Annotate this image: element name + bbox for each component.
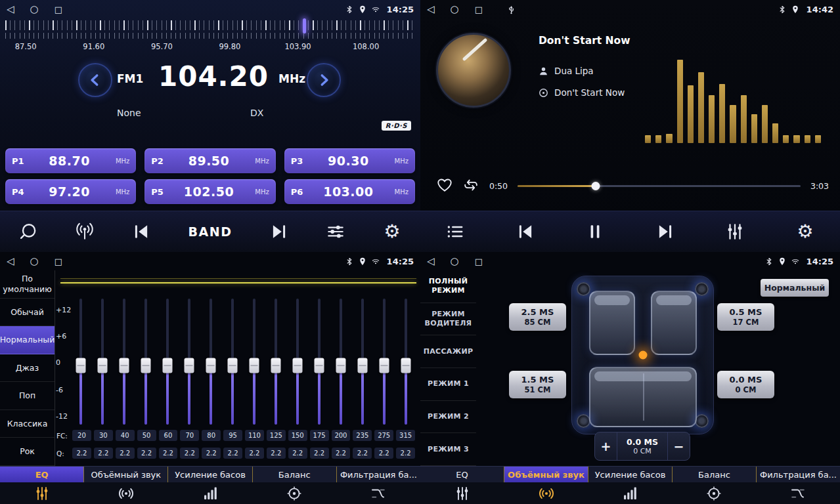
preset-button-p3[interactable]: P3 90.30 MHz	[284, 148, 415, 173]
recents-button[interactable]: □	[475, 257, 483, 266]
eq-slider-thumb[interactable]	[357, 358, 367, 373]
tab-eq[interactable]: EQ	[0, 467, 83, 482]
tab-surround[interactable]: Объёмный звук	[83, 467, 167, 482]
tab-filter-icon-button[interactable]	[336, 482, 420, 504]
tab-filter[interactable]: Фильтрация ба...	[336, 467, 420, 482]
eq-slider-thumb[interactable]	[97, 358, 107, 373]
eq-band-slider-14[interactable]	[373, 299, 395, 425]
tab-filter-icon-button[interactable]	[756, 482, 840, 504]
tab-surround-icon-button[interactable]	[84, 482, 168, 504]
home-button[interactable]: ○	[30, 257, 39, 266]
sf-mode-item-0[interactable]: ПОЛНЫЙ РЕЖИМ	[420, 270, 476, 303]
eq-slider-thumb[interactable]	[292, 358, 302, 373]
sf-mode-item-3[interactable]: РЕЖИМ 1	[420, 368, 476, 401]
tab-eq-icon-button[interactable]	[0, 482, 84, 504]
eq-band-slider-0[interactable]	[70, 299, 91, 425]
tab-balance-icon-button[interactable]	[252, 482, 336, 504]
tab-eq[interactable]: EQ	[420, 467, 504, 482]
eq-slider-thumb[interactable]	[227, 358, 237, 373]
eq-band-slider-1[interactable]	[91, 299, 113, 425]
tab-balance[interactable]: Баланс	[672, 467, 756, 482]
delay-increase-button[interactable]: +	[595, 432, 617, 460]
eq-slider-thumb[interactable]	[119, 358, 129, 373]
tab-balance[interactable]: Баланс	[252, 467, 336, 482]
preset-button-p1[interactable]: P1 88.70 MHz	[5, 148, 136, 173]
back-button[interactable]: ◁	[7, 257, 14, 266]
eq-band-slider-4[interactable]	[156, 299, 178, 425]
preset-button-p6[interactable]: P6 103.00 MHz	[284, 179, 415, 204]
delay-rear-right-button[interactable]: 0.0 MS 0 CM	[717, 371, 774, 398]
frequency-ruler[interactable]	[5, 20, 415, 40]
tab-balance-icon-button[interactable]	[672, 482, 756, 504]
recents-button[interactable]: □	[475, 5, 483, 14]
sf-mode-item-1[interactable]: РЕЖИМ ВОДИТЕЛЯ	[420, 303, 476, 336]
tab-bass-boost[interactable]: Усиление басов	[167, 467, 252, 482]
listening-position-dot[interactable]	[638, 351, 647, 360]
eq-slider-thumb[interactable]	[184, 358, 194, 373]
eq-slider-thumb[interactable]	[271, 358, 280, 373]
tab-eq-icon-button[interactable]	[420, 482, 504, 504]
delay-decrease-button[interactable]: −	[667, 432, 690, 460]
back-button[interactable]: ◁	[427, 257, 435, 266]
favorite-button[interactable]	[436, 177, 453, 196]
tone-settings-button[interactable]	[326, 222, 345, 242]
back-button[interactable]: ◁	[7, 5, 14, 14]
scan-button[interactable]	[18, 222, 38, 242]
back-button[interactable]: ◁	[427, 5, 435, 14]
sf-mode-item-4[interactable]: РЕЖИМ 2	[420, 401, 476, 434]
eq-slider-thumb[interactable]	[249, 358, 259, 373]
eq-preset-item-2[interactable]: Нормальный	[0, 326, 55, 354]
delay-front-left-button[interactable]: 2.5 MS 85 CM	[509, 303, 566, 331]
preset-button-p5[interactable]: P5 102.50 MHz	[144, 179, 275, 204]
broadcast-button[interactable]	[75, 222, 95, 242]
eq-slider-thumb[interactable]	[314, 358, 324, 373]
eq-band-slider-2[interactable]	[113, 299, 135, 425]
tab-surround[interactable]: Объёмный звук	[504, 467, 588, 482]
preset-button-p4[interactable]: P4 97.20 MHz	[5, 179, 136, 204]
settings-button[interactable]: ⚙	[382, 222, 402, 242]
eq-band-slider-8[interactable]	[243, 299, 265, 425]
tune-down-button[interactable]	[78, 63, 112, 97]
settings-button[interactable]: ⚙	[795, 222, 815, 242]
previous-station-button[interactable]	[131, 222, 151, 242]
equalizer-button[interactable]	[725, 222, 745, 242]
tab-filter[interactable]: Фильтрация ба...	[756, 467, 840, 482]
eq-slider-thumb[interactable]	[379, 358, 389, 373]
eq-preset-item-4[interactable]: Поп	[0, 382, 55, 410]
eq-preset-item-5[interactable]: Классика	[0, 410, 55, 438]
eq-band-slider-7[interactable]	[221, 299, 243, 425]
eq-preset-item-1[interactable]: Обычай	[0, 299, 55, 327]
seek-slider[interactable]	[518, 181, 801, 191]
recents-button[interactable]: □	[55, 257, 62, 266]
eq-preset-item-3[interactable]: Джаз	[0, 354, 55, 383]
next-station-button[interactable]	[269, 222, 289, 242]
seek-thumb[interactable]	[592, 182, 600, 190]
repeat-button[interactable]	[462, 177, 479, 196]
eq-slider-thumb[interactable]	[401, 358, 410, 373]
eq-slider-thumb[interactable]	[141, 358, 150, 373]
sound-preset-badge[interactable]: Нормальный	[761, 279, 829, 297]
tab-bass-boost-icon-button[interactable]	[588, 482, 673, 504]
pause-button[interactable]	[585, 222, 605, 242]
recents-button[interactable]: □	[55, 5, 62, 14]
eq-band-slider-3[interactable]	[135, 299, 156, 425]
eq-slider-thumb[interactable]	[206, 358, 215, 373]
eq-slider-thumb[interactable]	[162, 358, 172, 373]
previous-track-button[interactable]	[516, 222, 535, 242]
eq-band-slider-15[interactable]	[395, 299, 416, 425]
preset-button-p2[interactable]: P2 89.50 MHz	[144, 148, 275, 173]
delay-rear-left-button[interactable]: 1.5 MS 51 CM	[509, 371, 566, 398]
tab-bass-boost[interactable]: Усиление басов	[588, 467, 672, 482]
tab-surround-icon-button[interactable]	[504, 482, 588, 504]
eq-band-slider-10[interactable]	[286, 299, 308, 425]
sf-mode-item-5[interactable]: РЕЖИМ 3	[420, 433, 476, 466]
eq-band-slider-13[interactable]	[351, 299, 373, 425]
tab-bass-boost-icon-button[interactable]	[168, 482, 252, 504]
eq-band-slider-6[interactable]	[200, 299, 221, 425]
eq-band-slider-11[interactable]	[308, 299, 330, 425]
next-track-button[interactable]	[655, 222, 675, 242]
tune-up-button[interactable]	[307, 63, 341, 97]
eq-slider-thumb[interactable]	[76, 358, 85, 373]
eq-slider-thumb[interactable]	[336, 358, 345, 373]
home-button[interactable]: ○	[451, 257, 459, 266]
